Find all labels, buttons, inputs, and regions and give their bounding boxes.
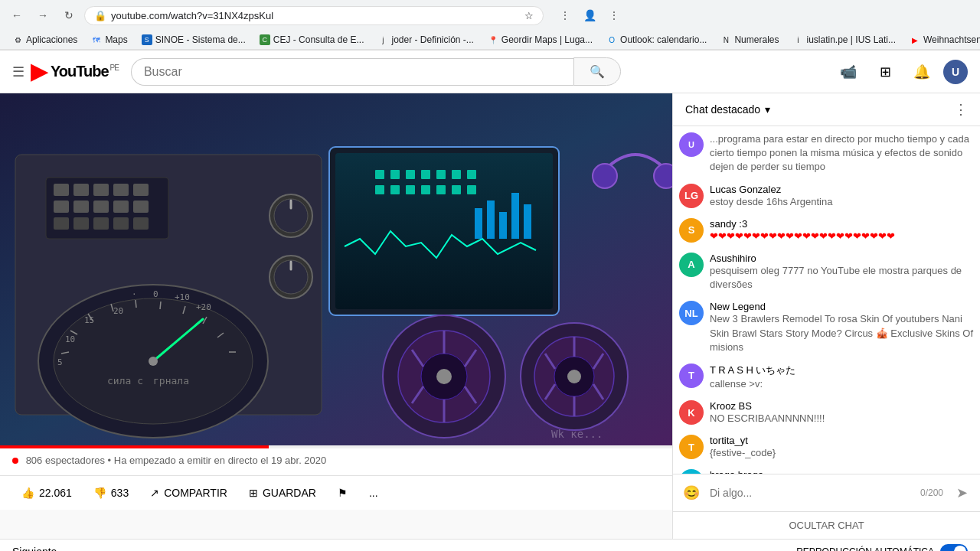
bookmark-label: SINOE - Sistema de... bbox=[155, 34, 246, 45]
svg-rect-27 bbox=[375, 185, 384, 194]
bookmark-aplicaciones[interactable]: ⚙ Aplicaciones bbox=[6, 32, 83, 47]
logo-area[interactable]: ☰ ▶ YouTubePE bbox=[12, 59, 119, 84]
menu-hamburger-icon[interactable]: ☰ bbox=[12, 64, 24, 80]
chat-title-text: Chat destacado bbox=[685, 103, 760, 116]
video-player[interactable]: 5 10 15 20 · 0 +10 +20 сила с грнала bbox=[0, 93, 672, 445]
bookmark-geordir[interactable]: 📍 Geordir Maps | Luga... bbox=[482, 32, 599, 47]
send-button[interactable]: ➤ bbox=[949, 481, 974, 505]
svg-rect-28 bbox=[390, 185, 400, 194]
chat-messages-container[interactable]: U ...programa para estar en directo por … bbox=[673, 126, 980, 474]
bookmark-outlook[interactable]: O Outlook: calendario... bbox=[600, 32, 713, 47]
svg-rect-36 bbox=[499, 212, 507, 239]
progress-bar-fill bbox=[0, 445, 269, 448]
yt-favicon: ▶ bbox=[910, 34, 920, 45]
bottom-bar: Siguiente REPRODUCCIÓN AUTOMÁTICA bbox=[0, 539, 980, 551]
svg-rect-16 bbox=[113, 217, 129, 230]
chat-input[interactable] bbox=[710, 487, 914, 499]
chat-header: Chat destacado ▾ ⋮ bbox=[673, 93, 980, 126]
bookmark-label: CEJ - Consulta de E... bbox=[273, 34, 364, 45]
youtube-logo[interactable]: ▶ YouTubePE bbox=[31, 59, 119, 84]
chat-message: T tortita_yt {festive-_code} bbox=[679, 435, 974, 460]
address-bar[interactable]: 🔒 youtube.com/watch?v=31NX4zpsKul ☆ bbox=[84, 6, 544, 25]
chat-input-area: 😊 0/200 ➤ bbox=[673, 474, 980, 511]
flag-button[interactable]: ⚑ bbox=[328, 482, 357, 504]
chat-avatar: U bbox=[679, 132, 704, 157]
like-button[interactable]: 👍 22.061 bbox=[12, 482, 81, 504]
svg-rect-22 bbox=[406, 170, 415, 179]
auto-play-label: REPRODUCCIÓN AUTOMÁTICA bbox=[796, 546, 934, 551]
toggle-knob bbox=[954, 546, 966, 551]
menu-button[interactable]: ⋮ bbox=[603, 5, 625, 26]
emoji-button[interactable]: 😊 bbox=[679, 481, 704, 505]
svg-rect-5 bbox=[93, 184, 109, 196]
svg-text:грнала: грнала bbox=[153, 375, 189, 386]
forward-button[interactable]: → bbox=[32, 5, 54, 26]
bookmark-weihnacht[interactable]: ▶ Weihnachtsengel b... bbox=[903, 32, 980, 47]
numerales-icon: N bbox=[720, 34, 731, 45]
chat-message: U ...programa para estar en directo por … bbox=[679, 132, 974, 174]
chat-message: NL New Legend New 3 Brawlers Remodel To … bbox=[679, 301, 974, 354]
header-actions: 📹 ⊞ 🔔 U bbox=[833, 57, 968, 87]
create-video-button[interactable]: 📹 bbox=[833, 57, 864, 87]
chat-text: ...programa para estar en directo por mu… bbox=[710, 132, 974, 174]
svg-rect-11 bbox=[113, 201, 129, 213]
separator: • bbox=[108, 455, 114, 466]
chat-message: A Asushihiro pesquisem oleg 7777 no YouT… bbox=[679, 253, 974, 292]
bookmark-label: Aplicaciones bbox=[26, 34, 77, 45]
svg-rect-25 bbox=[452, 170, 461, 179]
viewer-count: 806 espectadores bbox=[26, 455, 105, 466]
bookmark-numerales[interactable]: N Numerales bbox=[714, 32, 785, 47]
svg-text:5: 5 bbox=[57, 357, 63, 367]
chat-dropdown-icon[interactable]: ▾ bbox=[765, 103, 770, 116]
video-illustration: 5 10 15 20 · 0 +10 +20 сила с грнала bbox=[0, 93, 672, 445]
svg-rect-32 bbox=[452, 185, 461, 194]
save-button[interactable]: ⊞ GUARDAR bbox=[240, 482, 325, 504]
bookmark-sinoe[interactable]: S SINOE - Sistema de... bbox=[136, 32, 252, 47]
apps-grid-button[interactable]: ⊞ bbox=[870, 57, 900, 87]
search-input[interactable] bbox=[131, 58, 573, 86]
browser-chrome: ← → ↻ 🔒 youtube.com/watch?v=31NX4zpsKul … bbox=[0, 0, 980, 51]
chat-text: estoy desde 16hs Argentina bbox=[710, 195, 974, 209]
extensions-button[interactable]: ⋮ bbox=[554, 5, 576, 26]
hide-chat-button[interactable]: OCULTAR CHAT bbox=[673, 511, 980, 539]
share-icon: ↗ bbox=[150, 487, 159, 499]
chat-body: tortita_yt {festive-_code} bbox=[710, 435, 974, 460]
svg-text:+20: +20 bbox=[196, 302, 211, 312]
svg-point-76 bbox=[567, 370, 581, 383]
joder-icon: j bbox=[377, 34, 388, 45]
bookmark-cej[interactable]: C CEJ - Consulta de E... bbox=[253, 32, 371, 47]
search-area: 🔍 bbox=[131, 57, 621, 86]
user-avatar[interactable]: U bbox=[943, 60, 968, 84]
svg-rect-8 bbox=[54, 201, 69, 213]
svg-rect-38 bbox=[524, 204, 531, 239]
chat-options-button[interactable]: ⋮ bbox=[954, 101, 968, 118]
svg-point-60 bbox=[149, 357, 158, 366]
svg-point-89 bbox=[593, 164, 617, 188]
notifications-button[interactable]: 🔔 bbox=[906, 57, 937, 87]
chat-body: New Legend New 3 Brawlers Remodel To ros… bbox=[710, 301, 974, 354]
chat-message: LG Lucas Gonzalez estoy desde 16hs Argen… bbox=[679, 184, 974, 209]
bookmark-label: joder - Definición -... bbox=[391, 34, 473, 45]
search-button[interactable]: 🔍 bbox=[573, 57, 621, 86]
reload-button[interactable]: ↻ bbox=[58, 5, 80, 26]
live-indicator bbox=[12, 458, 18, 464]
share-button[interactable]: ↗ COMPARTIR bbox=[141, 482, 237, 504]
video-area: 5 10 15 20 · 0 +10 +20 сила с грнала bbox=[0, 93, 672, 539]
bookmark-iuslatin[interactable]: i iuslatin.pe | IUS Lati... bbox=[786, 32, 902, 47]
video-info-bar: 806 espectadores • Ha empezado a emitir … bbox=[0, 448, 672, 476]
svg-text:Wk ке...: Wk ке... bbox=[551, 428, 603, 440]
svg-rect-10 bbox=[93, 201, 109, 213]
chat-body: Lucas Gonzalez estoy desde 16hs Argentin… bbox=[710, 184, 974, 209]
bookmark-maps[interactable]: 🗺 Maps bbox=[85, 32, 133, 47]
more-button[interactable]: ... bbox=[360, 482, 387, 504]
profile-button[interactable]: 👤 bbox=[579, 5, 600, 26]
svg-rect-30 bbox=[421, 185, 430, 194]
auto-play-toggle[interactable] bbox=[940, 544, 968, 551]
live-date-info: Ha empezado a emitir en directo el 19 ab… bbox=[114, 455, 327, 466]
bookmark-joder[interactable]: j joder - Definición -... bbox=[371, 32, 479, 47]
geordir-icon: 📍 bbox=[488, 34, 498, 45]
svg-text:15: 15 bbox=[84, 315, 94, 325]
progress-bar-container[interactable] bbox=[0, 445, 672, 448]
dislike-button[interactable]: 👎 633 bbox=[84, 482, 138, 504]
back-button[interactable]: ← bbox=[6, 5, 28, 26]
